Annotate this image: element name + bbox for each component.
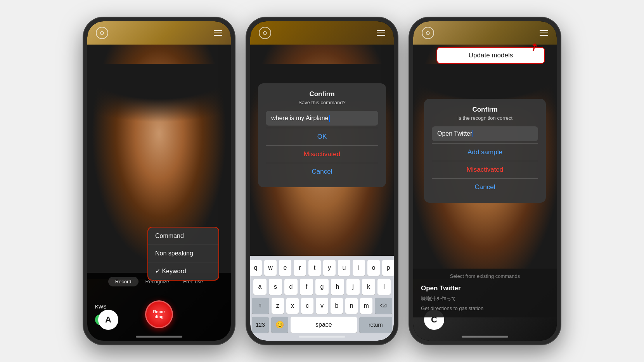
command-item-0[interactable]: Open Twitter (421, 283, 549, 294)
kb-a[interactable]: a (253, 279, 267, 295)
phone-b: ⊙ Confirm Save this command? where is my… (246, 17, 398, 345)
kb-p[interactable]: p (382, 260, 394, 276)
settings-icon-b[interactable]: ⊙ (259, 27, 271, 39)
tab-record[interactable]: Record (108, 277, 138, 286)
phone-a: ⊙ Command Non speaking ✓ Keyword KW (83, 17, 235, 345)
phone-c-wrapper: ⊙ Update models ↗ Confirm Is the recogni… (409, 17, 561, 345)
kb-y[interactable]: y (323, 260, 336, 276)
dropdown-command[interactable]: Command (148, 228, 218, 245)
update-models-button[interactable]: Update models (436, 47, 545, 64)
menu-icon-c[interactable] (540, 30, 548, 36)
dialog-b-misactivated[interactable]: Misactivated (266, 145, 378, 163)
kb-row-1: q w e r t y u i o p (252, 260, 392, 276)
home-indicator-b (299, 336, 345, 338)
kb-backspace[interactable]: ⌫ (375, 298, 392, 314)
hair-a (87, 64, 231, 161)
dialog-b-title: Confirm (266, 90, 378, 98)
phone-c: ⊙ Update models ↗ Confirm Is the recogni… (409, 17, 561, 345)
dialog-b-input[interactable]: where is my Airplane (266, 111, 378, 126)
kb-w[interactable]: w (264, 260, 277, 276)
dialog-b: Confirm Save this command? where is my A… (258, 83, 386, 187)
dialog-c-cancel[interactable]: Cancel (432, 178, 538, 196)
kb-m[interactable]: m (360, 298, 372, 314)
kb-u[interactable]: u (338, 260, 350, 276)
dialog-c-title: Confirm (432, 106, 538, 114)
commands-title: Select from existing commands (421, 273, 549, 279)
kb-o[interactable]: o (367, 260, 380, 276)
letter-badge-a: A (98, 310, 118, 330)
kb-n[interactable]: n (345, 298, 358, 314)
kb-k[interactable]: k (362, 279, 375, 295)
home-indicator-a (136, 336, 182, 338)
kb-t[interactable]: t (308, 260, 321, 276)
kb-h[interactable]: h (331, 279, 344, 295)
settings-icon-a[interactable]: ⊙ (96, 27, 108, 39)
record-btn-text: Recording (153, 309, 165, 319)
dialog-c: Confirm Is the recognition correct Open … (424, 99, 546, 203)
dialog-c-add-sample[interactable]: Add sample (432, 143, 538, 161)
dialog-b-subtitle: Save this command? (266, 100, 378, 105)
kb-c[interactable]: c (301, 298, 313, 314)
phone-a-wrapper: ⊙ Command Non speaking ✓ Keyword KW (83, 17, 235, 345)
bottom-controls-a: KWS Record Recognize Free use Recording (87, 273, 231, 341)
menu-icon-a[interactable] (214, 30, 222, 36)
kb-return[interactable]: return (359, 317, 392, 333)
commands-list: Select from existing commands Open Twitt… (413, 269, 557, 317)
record-button-a[interactable]: Recording (145, 300, 173, 328)
top-bar-c: ⊙ (413, 27, 557, 39)
kb-f[interactable]: f (300, 279, 313, 295)
home-indicator-c (462, 336, 508, 338)
kb-row-2: a s d f g h j k l (252, 279, 392, 295)
kb-z[interactable]: z (272, 298, 284, 314)
kb-g[interactable]: g (315, 279, 329, 295)
dropdown-menu: Command Non speaking ✓ Keyword (147, 227, 219, 281)
kb-row-3: ⇧ z x c v b n m ⌫ (252, 298, 392, 314)
dialog-c-subtitle: Is the recognition correct (432, 115, 538, 121)
settings-icon-c[interactable]: ⊙ (422, 27, 434, 39)
kws-label: KWS (95, 304, 107, 310)
dialog-b-ok[interactable]: OK (266, 128, 378, 145)
kb-r[interactable]: r (294, 260, 306, 276)
kb-emoji[interactable]: 😊 (271, 317, 288, 333)
kb-j[interactable]: j (346, 279, 360, 295)
kb-i[interactable]: i (353, 260, 365, 276)
kb-d[interactable]: d (284, 279, 298, 295)
keyboard-b: q w e r t y u i o p a s d f g h (250, 256, 394, 341)
kb-l[interactable]: l (377, 279, 391, 295)
top-bar-b: ⊙ (250, 27, 394, 39)
phone-b-wrapper: ⊙ Confirm Save this command? where is my… (246, 17, 398, 345)
dialog-c-misactivated[interactable]: Misactivated (432, 161, 538, 178)
kb-space[interactable]: space (291, 317, 357, 333)
menu-icon-b[interactable] (377, 30, 385, 36)
top-bar-a: ⊙ (87, 27, 231, 39)
kb-x[interactable]: x (286, 298, 299, 314)
kb-q[interactable]: q (250, 260, 262, 276)
dialog-c-input[interactable]: Open Twitter (432, 126, 538, 141)
text-cursor-b (329, 115, 330, 122)
kb-row-4: 123 😊 space return (252, 317, 392, 333)
kb-b[interactable]: b (331, 298, 343, 314)
command-item-2[interactable]: Get directions to gas station (421, 304, 549, 313)
kb-e[interactable]: e (279, 260, 291, 276)
command-item-1[interactable]: 味噌汁を作って (421, 294, 549, 304)
kb-s[interactable]: s (269, 279, 282, 295)
dialog-b-cancel[interactable]: Cancel (266, 163, 378, 180)
kb-123[interactable]: 123 (252, 317, 269, 333)
kb-shift[interactable]: ⇧ (252, 298, 269, 314)
kb-v[interactable]: v (316, 298, 328, 314)
text-cursor-c (473, 130, 473, 137)
dropdown-nonspeaking[interactable]: Non speaking (148, 245, 218, 262)
dropdown-keyword[interactable]: ✓ Keyword (148, 262, 218, 280)
